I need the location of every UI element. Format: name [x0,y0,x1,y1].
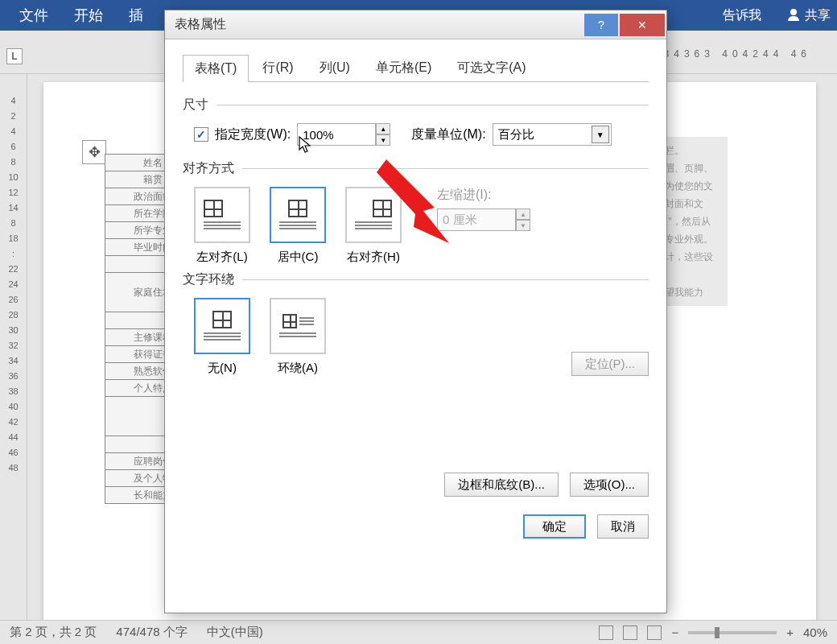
tab-cell[interactable]: 单元格(E) [364,54,443,81]
align-left-label: 左对齐(L) [196,250,247,265]
status-bar: 第 2 页，共 2 页 474/478 个字 中文(中国) − + 40% [0,620,837,644]
ok-button[interactable]: 确定 [523,514,586,539]
ribbon-tab-file[interactable]: 文件 [6,0,61,31]
alignment-section-label: 对齐方式 [183,160,649,177]
view-print-icon[interactable] [623,625,637,640]
indent-label: 左缩进(I): [437,187,530,204]
dialog-tabs: 表格(T) 行(R) 列(U) 单元格(E) 可选文字(A) [183,54,649,82]
share-button[interactable]: 共享 [805,7,831,24]
spin-down-icon: ▼ [516,220,530,231]
width-input[interactable] [297,123,376,146]
table-properties-dialog: 表格属性 ? ✕ 表格(T) 行(R) 列(U) 单元格(E) 可选文字(A) … [164,10,667,613]
spin-up-icon[interactable]: ▲ [376,123,390,134]
options-button[interactable]: 选项(O)... [570,473,649,497]
zoom-out-icon[interactable]: − [671,625,678,639]
person-icon [787,9,800,22]
close-button[interactable]: ✕ [620,14,665,36]
zoom-in-icon[interactable]: + [786,625,794,639]
unit-select[interactable]: 百分比 ▼ [493,123,612,146]
status-page[interactable]: 第 2 页，共 2 页 [10,625,97,640]
tab-table[interactable]: 表格(T) [183,55,249,82]
width-checkbox[interactable]: ✓ [194,127,208,142]
size-section-label: 尺寸 [183,97,649,114]
status-words[interactable]: 474/478 个字 [116,625,187,640]
zoom-value[interactable]: 40% [803,625,827,639]
wrap-around-option[interactable] [270,298,326,354]
position-button: 定位(P)... [571,352,649,376]
spin-down-icon[interactable]: ▼ [376,134,390,146]
status-language[interactable]: 中文(中国) [207,625,263,640]
align-left-option[interactable] [194,187,250,243]
spin-up-icon: ▲ [516,208,530,220]
width-spinner[interactable]: ▲▼ [297,123,390,146]
zoom-slider[interactable] [688,631,777,634]
tell-me-label[interactable]: 告诉我 [723,7,761,24]
indent-spinner: ▲▼ [437,208,530,231]
indent-input [437,208,516,231]
tab-column[interactable]: 列(U) [307,54,362,81]
help-button[interactable]: ? [584,14,618,36]
wrap-none-label: 无(N) [208,361,237,376]
cancel-button[interactable]: 取消 [597,514,649,539]
wrap-none-option[interactable] [194,298,250,354]
tab-selector[interactable]: L [6,48,23,64]
ribbon-tab-insert[interactable]: 插 [116,0,156,31]
view-readmode-icon[interactable] [599,625,613,640]
ribbon-tab-home[interactable]: 开始 [61,0,116,31]
wrap-section-label: 文字环绕 [183,271,649,288]
chevron-down-icon[interactable]: ▼ [592,126,609,143]
unit-label: 度量单位(M): [411,126,485,143]
view-web-icon[interactable] [647,625,662,640]
width-label: 指定宽度(W): [215,126,291,143]
tab-alt-text[interactable]: 可选文字(A) [445,54,538,81]
align-right-label: 右对齐(H) [347,250,400,265]
align-center-label: 居中(C) [278,250,319,265]
wrap-around-label: 环绕(A) [278,361,318,376]
table-move-handle[interactable]: ✥ [82,140,106,164]
dialog-titlebar[interactable]: 表格属性 ? ✕ [165,10,666,39]
align-center-option[interactable] [270,187,326,243]
align-right-option[interactable] [345,187,402,243]
border-shading-button[interactable]: 边框和底纹(B)... [444,473,559,497]
tab-row[interactable]: 行(R) [250,54,305,81]
dialog-title: 表格属性 [175,16,226,33]
vertical-ruler: 42 468 101214 818: 222426 283032 343638 … [0,74,27,620]
